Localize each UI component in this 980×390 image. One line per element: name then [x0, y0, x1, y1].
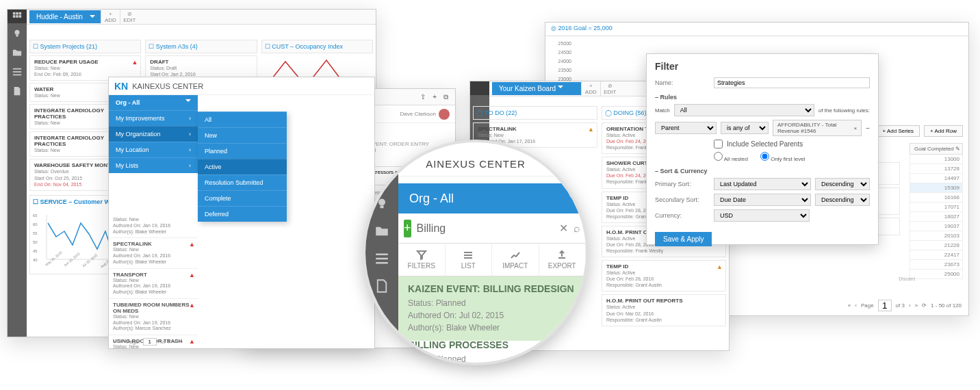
col-header[interactable]: ◯ TO DO (22) — [473, 106, 597, 120]
submenu-item[interactable]: All — [198, 112, 287, 127]
filter-name-input[interactable] — [714, 77, 870, 88]
close-icon[interactable]: × — [853, 125, 857, 131]
menu-item[interactable]: My Lists› — [109, 157, 198, 173]
plus-icon[interactable]: + — [433, 93, 437, 101]
rule-op-select[interactable]: is any of — [721, 122, 769, 134]
remove-rule-icon[interactable]: − — [866, 125, 870, 132]
folder-icon[interactable] — [12, 48, 22, 59]
add-button[interactable]: +ADD — [101, 10, 120, 25]
col-header[interactable]: ☐ System A3s (4) — [145, 40, 257, 53]
bulb-icon[interactable] — [375, 197, 389, 213]
doc-icon[interactable] — [12, 86, 22, 97]
caret-down-icon — [90, 15, 95, 21]
edit-button[interactable]: ⊘EDIT — [600, 81, 619, 96]
list-button[interactable]: LIST — [446, 244, 493, 276]
submenu-item[interactable]: Planned — [198, 143, 287, 159]
filter-popup: Filter Name: – Rules Match All of the fo… — [646, 53, 879, 245]
search-input[interactable] — [417, 222, 554, 235]
grid-icon[interactable] — [8, 10, 27, 23]
discard-link[interactable]: Discard — [899, 276, 915, 281]
menu-item[interactable]: My Improvements› — [109, 110, 198, 126]
first-level-radio[interactable]: Only first level — [760, 152, 805, 162]
board-title[interactable]: Huddle - Austin — [29, 10, 101, 23]
search-icon[interactable]: ⌕ — [573, 222, 580, 235]
share-icon[interactable]: ⇪ — [420, 93, 426, 101]
filters-button[interactable]: FILTERS — [398, 244, 446, 276]
edit-button[interactable]: ⊘EDIT — [120, 10, 139, 25]
bulb-icon[interactable] — [12, 29, 22, 40]
page-input[interactable] — [878, 300, 892, 311]
submenu-item[interactable]: Resolution Submitted — [198, 174, 287, 190]
org-dropdown[interactable]: Org - All — [398, 183, 586, 213]
card[interactable]: TEMP IDStatus: ActiveDue On: Feb 28, 201… — [602, 260, 726, 291]
goal-col-header[interactable]: Goal Completed ✎ — [910, 143, 963, 155]
next-icon[interactable]: » — [915, 302, 918, 309]
list-icon[interactable] — [12, 67, 22, 78]
match-select[interactable]: All — [674, 104, 814, 116]
svg-rect-3 — [13, 15, 16, 18]
impact-button[interactable]: IMPACT — [492, 244, 539, 276]
tabs-icon[interactable]: ⧉ — [443, 93, 448, 101]
svg-rect-9 — [13, 71, 21, 73]
svg-text:Jul 20, 2015: Jul 20, 2015 — [81, 252, 99, 268]
add-row-button[interactable]: + Add Row — [924, 125, 963, 137]
svg-text:May 20, 2015: May 20, 2015 — [44, 250, 63, 266]
svg-rect-2 — [19, 12, 22, 15]
list-item[interactable]: Status: NewAuthored On: Jan 19, 2016Auth… — [109, 214, 198, 238]
save-apply-button[interactable]: Save & Apply — [655, 232, 712, 246]
list-item[interactable]: TUBE/MED ROOM NUMBERS ON MEDSStatus: New… — [109, 299, 198, 335]
add-button[interactable]: + — [404, 220, 411, 237]
card[interactable]: H.O.M. PRINT OUT REPORTSStatus: ActiveDu… — [602, 294, 726, 326]
include-parents-checkbox[interactable] — [714, 140, 723, 148]
page-input[interactable] — [143, 338, 157, 346]
nested-radio[interactable]: All nested — [714, 152, 748, 162]
panel-header: Huddle - Austin +ADD ⊘EDIT — [8, 10, 376, 25]
alert-icon: ▲ — [189, 272, 195, 278]
add-button[interactable]: +ADD — [581, 81, 600, 96]
svg-rect-27 — [376, 258, 388, 260]
board-title[interactable]: Your Kaizen Board — [492, 82, 581, 95]
submenu-item[interactable]: Deferred — [198, 206, 287, 222]
submenu-item[interactable]: New — [198, 127, 287, 143]
secondary-dir-select[interactable]: Descending — [815, 194, 870, 206]
svg-text:55: 55 — [33, 231, 38, 235]
clear-icon[interactable]: ✕ — [559, 222, 568, 235]
secondary-sort-select[interactable]: Due Date — [714, 194, 811, 206]
prev-icon[interactable]: « — [848, 302, 851, 309]
folder-icon[interactable] — [375, 224, 389, 241]
svg-rect-26 — [376, 254, 388, 256]
user-menu[interactable]: Dave Clarkson — [400, 109, 450, 120]
svg-rect-28 — [376, 262, 388, 264]
svg-rect-0 — [13, 12, 16, 15]
currency-select[interactable]: USD — [714, 209, 810, 222]
rule-field-select[interactable]: Parent — [655, 122, 717, 134]
list-icon[interactable] — [375, 252, 389, 268]
rules-header[interactable]: – Rules — [655, 94, 870, 101]
col-header[interactable]: ☐ CUST – Occupancy Index — [261, 40, 373, 53]
menu-item[interactable]: My Location› — [109, 142, 198, 157]
submenu: All New Planned Active Resolution Submit… — [198, 112, 287, 222]
org-menu: Org - All My Improvements› My Organizati… — [109, 95, 198, 173]
toolbar: FILTERS LIST IMPACT EXPORT — [398, 244, 586, 276]
svg-rect-25 — [381, 206, 384, 209]
add-controls: + Add Series + Add Row — [876, 125, 963, 137]
rule-value-chip[interactable]: AFFORDABILITY - Total Revenue #1546 × — [773, 120, 862, 136]
sort-header[interactable]: – Sort & Currency — [655, 168, 870, 174]
next-icon[interactable]: › — [909, 302, 911, 309]
submenu-item[interactable]: Complete — [198, 190, 287, 206]
doc-icon[interactable] — [375, 279, 389, 296]
export-button[interactable]: EXPORT — [539, 244, 586, 276]
primary-dir-select[interactable]: Descending — [815, 178, 870, 190]
grid-icon[interactable] — [470, 81, 489, 95]
menu-header[interactable]: Org - All — [109, 95, 198, 110]
svg-rect-1 — [16, 12, 18, 15]
col-header[interactable]: ☐ System Projects (21) — [29, 40, 141, 53]
prev-icon[interactable]: ‹ — [855, 302, 857, 309]
menu-item[interactable]: My Organization› — [109, 126, 198, 142]
list-item[interactable]: TRANSPORTStatus: NewAuthored On: Jan 19,… — [109, 269, 198, 299]
add-series-button[interactable]: + Add Series — [876, 125, 920, 137]
submenu-item[interactable]: Active — [198, 159, 287, 174]
refresh-icon[interactable]: ⟳ — [922, 302, 927, 309]
primary-sort-select[interactable]: Last Updated — [714, 178, 811, 190]
list-item[interactable]: SPECTRALINKStatus: NewAuthored On: Jan 1… — [109, 238, 198, 268]
